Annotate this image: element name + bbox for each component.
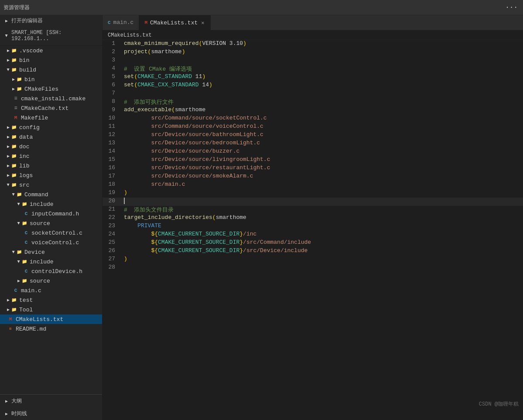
sidebar-item-cmake_install[interactable]: ≡cmake_install.cmake [0, 94, 102, 103]
explorer-title: 资源管理器 [3, 4, 30, 11]
code-line-8: 8# 添加可执行文件 [103, 98, 523, 106]
line-number-27: 27 [103, 256, 122, 264]
sidebar-item-socketControl[interactable]: CsocketControl.c [0, 228, 102, 238]
top-bar-menu[interactable]: ··· [503, 3, 520, 11]
sidebar-item-Command[interactable]: ▶📁Command [0, 190, 102, 199]
timeline-section[interactable]: ▶ 时间线 [0, 407, 102, 420]
line-content-9[interactable]: add_executable(smarthome [122, 106, 523, 115]
sidebar-item-README[interactable]: ≡README.md [0, 324, 102, 334]
line-content-12[interactable]: src/Device/source/bathroomLight.c [122, 131, 523, 140]
token-pad [124, 247, 151, 254]
code-line-26: 26 ${CMAKE_CURRENT_SOURCE_DIR}/src/Devic… [103, 247, 523, 256]
line-content-20[interactable] [122, 198, 523, 206]
sidebar-item-src[interactable]: ▶📁src [0, 180, 102, 190]
sidebar-item-CMakeLists[interactable]: MCMakeLists.txt [0, 314, 102, 324]
label-Device: Device [24, 249, 45, 256]
line-content-16[interactable]: src/Device/source/restaurantLight.c [122, 164, 523, 173]
sidebar-item-vscode[interactable]: ▶📁.vscode [0, 46, 102, 55]
line-content-18[interactable]: src/main.c [122, 181, 523, 189]
sidebar-item-include_dev[interactable]: ▶📁include [0, 257, 102, 266]
line-content-15[interactable]: src/Device/source/livingroomLight.c [122, 156, 523, 164]
sidebar-item-Tool[interactable]: ▶📁Tool [0, 305, 102, 314]
code-line-28: 28 [103, 264, 523, 272]
outline-section[interactable]: ▶ 大纲 [0, 395, 102, 407]
label-CMakeFiles: CMakeFiles [24, 86, 58, 92]
line-content-26[interactable]: ${CMAKE_CURRENT_SOURCE_DIR}/src/Device/i… [122, 247, 523, 256]
token-pad [124, 164, 151, 171]
folder-icon-bin: 📁 [10, 57, 17, 64]
tab-CMakeLists-txt[interactable]: M CMakeLists.txt✕ [139, 15, 211, 30]
token-dir-end: } [239, 239, 243, 246]
tab-close-CMakeLists.txt[interactable]: ✕ [200, 19, 205, 27]
line-content-14[interactable]: src/Device/source/buzzer.c [122, 148, 523, 156]
sidebar-item-CMakeCache[interactable]: ≡CMakeCache.txt [0, 103, 102, 113]
sidebar-item-source_dev[interactable]: ▶📁source [0, 276, 102, 286]
token-dir-start: ${ [151, 239, 158, 246]
sidebar-item-inputCommand[interactable]: CinputCommand.h [0, 209, 102, 219]
line-content-6[interactable]: set(CMAKE_CXX_STANDARD 14) [122, 82, 523, 90]
c-icon-main_c: C [12, 287, 19, 294]
token-pad [124, 156, 151, 163]
sidebar-item-test[interactable]: ▶📁test [0, 295, 102, 305]
folder-icon-doc: 📁 [10, 143, 17, 150]
line-content-17[interactable]: src/Device/source/smokeAlarm.c [122, 173, 523, 181]
main-layout: ▶ 打开的编辑器 ▶ SMART_HOME [SSH: 192.168.1...… [0, 15, 523, 420]
line-content-13[interactable]: src/Device/source/bedroomLight.c [122, 140, 523, 148]
folder-icon-lib: 📁 [10, 162, 17, 169]
token-param: smarthome [216, 214, 246, 221]
line-number-23: 23 [103, 222, 122, 231]
line-content-27[interactable]: ) [122, 256, 523, 264]
line-content-8[interactable]: # 添加可执行文件 [122, 98, 523, 106]
sidebar-item-voiceControl[interactable]: CvoiceControl.c [0, 238, 102, 247]
line-content-23[interactable]: PRIVATE [122, 222, 523, 231]
tab-bar: C main.cM CMakeLists.txt✕ [103, 15, 523, 31]
token-dir-end: } [239, 231, 243, 237]
arrow-Tool: ▶ [7, 307, 10, 312]
line-content-28[interactable] [122, 264, 523, 272]
line-content-1[interactable]: cmake_minimum_required(VERSION 3.10) [122, 40, 523, 48]
sidebar-item-source_cmd[interactable]: ▶📁source [0, 219, 102, 228]
arrow-inc: ▶ [7, 154, 10, 159]
sidebar-item-build[interactable]: ▶📁build [0, 65, 102, 75]
tab-main-c[interactable]: C main.c [103, 15, 139, 30]
line-content-22[interactable]: target_include_directories(smarthome [122, 214, 523, 222]
sidebar-item-doc[interactable]: ▶📁doc [0, 142, 102, 151]
line-content-11[interactable]: src/Command/source/voiceControl.c [122, 123, 523, 131]
sidebar-item-inc[interactable]: ▶📁inc [0, 151, 102, 161]
label-cmake_install: cmake_install.cmake [21, 96, 85, 102]
line-content-25[interactable]: ${CMAKE_CURRENT_SOURCE_DIR}/src/Command/… [122, 239, 523, 247]
code-line-2: 2project(smarthome) [103, 48, 523, 57]
sidebar-item-logs[interactable]: ▶📁logs [0, 171, 102, 180]
sidebar-item-CMakeFiles[interactable]: ▶📁CMakeFiles [0, 84, 102, 94]
cmake-icon-CMakeCache: ≡ [12, 105, 19, 112]
line-content-2[interactable]: project(smarthome) [122, 48, 523, 57]
line-content-24[interactable]: ${CMAKE_CURRENT_SOURCE_DIR}/inc [122, 231, 523, 239]
line-content-4[interactable]: # 设置 CMake 编译选项 [122, 65, 523, 73]
line-number-13: 13 [103, 140, 122, 148]
line-content-21[interactable]: # 添加头文件目录 [122, 206, 523, 214]
sidebar-root-header[interactable]: ▶ SMART_HOME [SSH: 192.168.1... [0, 26, 102, 46]
token-path: src/Device/source/bedroomLight.c [151, 140, 260, 146]
sidebar-item-data[interactable]: ▶📁data [0, 132, 102, 142]
sidebar-item-main_c[interactable]: Cmain.c [0, 286, 102, 295]
sidebar-item-Makefile[interactable]: MMakefile [0, 113, 102, 123]
line-number-24: 24 [103, 231, 122, 239]
open-editor-section[interactable]: ▶ 打开的编辑器 [0, 15, 102, 26]
cursor [124, 198, 128, 204]
sidebar-item-config[interactable]: ▶📁config [0, 123, 102, 132]
sidebar-item-controlDevice[interactable]: CcontrolDevice.h [0, 266, 102, 276]
sidebar-item-build-bin[interactable]: ▶📁bin [0, 75, 102, 84]
sidebar-item-Device[interactable]: ▶📁Device [0, 247, 102, 257]
code-editor[interactable]: 1cmake_minimum_required(VERSION 3.10)2pr… [103, 40, 523, 420]
token-paren: ) [124, 189, 127, 196]
sidebar-item-bin[interactable]: ▶📁bin [0, 55, 102, 65]
line-content-3[interactable] [122, 57, 523, 65]
sidebar-item-lib[interactable]: ▶📁lib [0, 161, 102, 171]
line-content-5[interactable]: set(CMAKE_C_STANDARD 11) [122, 73, 523, 82]
m-icon-Makefile: M [12, 114, 19, 121]
sidebar-item-include[interactable]: ▶📁include [0, 199, 102, 209]
line-content-10[interactable]: src/Command/source/socketControl.c [122, 115, 523, 123]
line-content-19[interactable]: ) [122, 189, 523, 198]
folder-icon-logs: 📁 [10, 172, 17, 179]
line-content-7[interactable] [122, 90, 523, 98]
